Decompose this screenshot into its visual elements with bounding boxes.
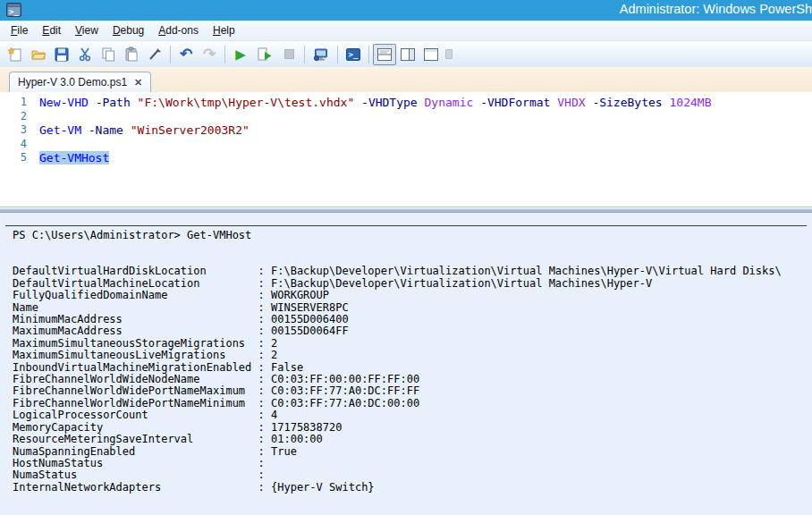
run-script-icon: ▶ xyxy=(235,46,246,62)
line-number: 1 xyxy=(0,96,39,110)
toolbar-overflow-icon xyxy=(445,49,453,59)
toolbar-separator xyxy=(170,46,171,63)
run-selection-button[interactable] xyxy=(252,44,277,65)
code-line[interactable]: Get-VMHost xyxy=(39,151,812,165)
show-script-pane-top-button[interactable] xyxy=(373,44,396,65)
cut-icon xyxy=(77,46,93,63)
title-bar: >_ Administrator: Windows PowerSh xyxy=(0,0,812,21)
start-powershell-button[interactable]: >_ xyxy=(342,44,365,65)
paste-icon xyxy=(123,46,140,63)
remote-computer-icon xyxy=(313,46,329,63)
toolbar-separator xyxy=(337,46,338,63)
script-pane-right-icon xyxy=(400,47,416,62)
code-line[interactable] xyxy=(39,110,812,124)
new-script-button[interactable] xyxy=(4,44,27,65)
redo-icon: ↷ xyxy=(203,46,216,62)
code-line[interactable] xyxy=(39,138,812,152)
script-editor-pane[interactable]: 12345 New-VHD -Path "F:\Work\tmp\Hyper-V… xyxy=(0,92,812,207)
stop-icon xyxy=(284,49,294,59)
open-folder-icon xyxy=(30,46,47,63)
copy-button[interactable] xyxy=(97,44,120,65)
show-script-pane-maximized-button[interactable] xyxy=(419,44,443,65)
menu-bar: FileEditViewDebugAdd-onsHelp xyxy=(0,21,812,41)
code-area[interactable]: New-VHD -Path "F:\Work\tmp\Hyper-V\test.… xyxy=(39,92,812,207)
line-number: 4 xyxy=(0,138,39,152)
new-remote-powershell-tab-button[interactable] xyxy=(309,44,334,65)
paste-button[interactable] xyxy=(120,44,143,65)
script-tab-bar: Hyper-V 3.0 Demo.ps1 ✕ xyxy=(0,67,812,92)
script-tab[interactable]: Hyper-V 3.0 Demo.ps1 ✕ xyxy=(9,72,151,92)
window-title: Administrator: Windows PowerSh xyxy=(620,2,812,16)
show-script-pane-right-button[interactable] xyxy=(396,44,419,65)
line-number: 3 xyxy=(0,123,39,138)
menu-file[interactable]: File xyxy=(4,21,35,39)
toolbar-separator xyxy=(224,46,225,63)
console-output: DefaultVirtualHardDiskLocation : F:\Back… xyxy=(0,266,812,494)
powershell-console-icon: >_ xyxy=(345,46,361,63)
svg-text:>_: >_ xyxy=(349,50,359,59)
code-line[interactable]: Get-VM -Name "WinServer2003R2" xyxy=(39,123,812,138)
menu-view[interactable]: View xyxy=(68,21,106,39)
run-script-button[interactable]: ▶ xyxy=(229,44,252,65)
menu-addons[interactable]: Add-ons xyxy=(151,21,206,39)
toolbar: ↶ ↷ ▶ >_ xyxy=(0,41,812,67)
copy-icon xyxy=(100,46,116,63)
run-selection-icon xyxy=(257,46,273,63)
code-line[interactable]: New-VHD -Path "F:\Work\tmp\Hyper-V\test.… xyxy=(39,96,812,110)
console-divider-line xyxy=(5,225,807,226)
stop-operation-button[interactable] xyxy=(277,44,300,65)
menu-edit[interactable]: Edit xyxy=(35,21,68,39)
toolbar-separator xyxy=(368,46,369,63)
save-icon xyxy=(54,46,70,63)
redo-button[interactable]: ↷ xyxy=(198,44,221,65)
tab-close-icon[interactable]: ✕ xyxy=(134,77,142,89)
line-number: 5 xyxy=(0,151,39,165)
console-pane[interactable]: PS C:\Users\Administrator> Get-VMHost De… xyxy=(0,213,812,515)
toolbar-separator xyxy=(304,46,305,63)
line-number-gutter: 12345 xyxy=(0,92,39,207)
line-number: 2 xyxy=(0,110,39,124)
script-pane-top-icon xyxy=(376,47,393,62)
script-tab-label: Hyper-V 3.0 Demo.ps1 xyxy=(18,76,127,89)
menu-help[interactable]: Help xyxy=(206,21,242,39)
clear-console-pane-button[interactable] xyxy=(143,44,166,65)
clear-console-icon xyxy=(147,46,163,63)
menu-debug[interactable]: Debug xyxy=(106,21,151,39)
svg-text:>_: >_ xyxy=(9,7,19,16)
save-button[interactable] xyxy=(50,44,73,65)
new-script-icon xyxy=(7,46,23,63)
console-prompt-line: PS C:\Users\Administrator> Get-VMHost xyxy=(0,230,812,241)
script-pane-maximized-icon xyxy=(423,47,439,62)
undo-button[interactable]: ↶ xyxy=(174,44,198,65)
open-script-button[interactable] xyxy=(27,44,50,65)
powershell-ise-icon: >_ xyxy=(6,3,21,17)
cut-button[interactable] xyxy=(73,44,97,65)
undo-icon: ↶ xyxy=(180,46,192,62)
